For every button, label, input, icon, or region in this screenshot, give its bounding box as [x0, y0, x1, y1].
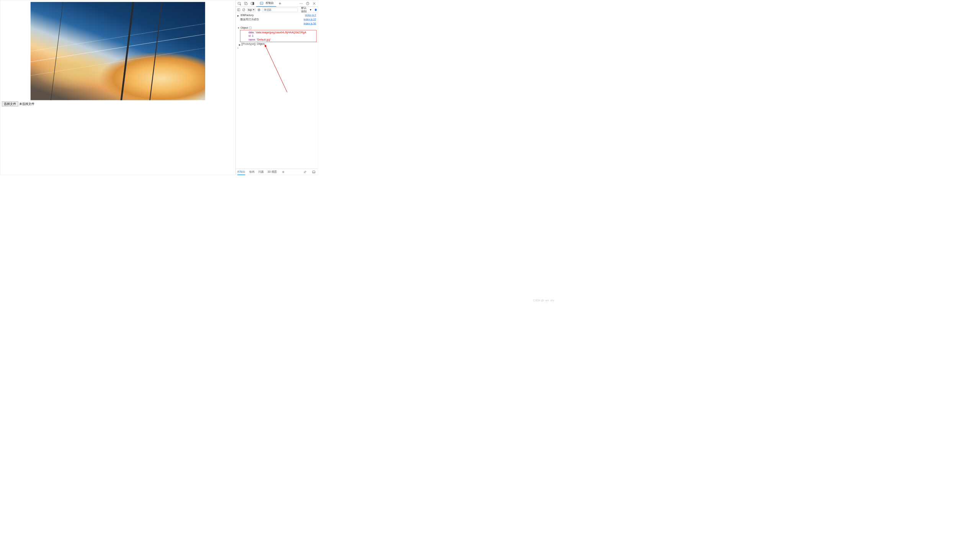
object-property[interactable]: id: 1 — [240, 34, 317, 38]
object-property[interactable]: data: "data:image/jpeg;base64,/9j/4AAQSk… — [240, 31, 317, 34]
preview-image — [31, 2, 205, 100]
dock-side-icon[interactable] — [250, 1, 255, 6]
console-row[interactable]: ▶ IDBFactory index.js:2 — [236, 13, 318, 18]
devtools-panel: 控制台 top ▼ — [235, 0, 318, 175]
info-icon[interactable]: i — [249, 26, 252, 29]
svg-point-7 — [301, 3, 301, 3]
caret-down-icon: ▼ — [253, 9, 255, 11]
file-status-label: 未选择文件 — [19, 102, 34, 106]
console-prompt[interactable] — [236, 46, 318, 47]
page-viewport: 选择文件 未选择文件 — [0, 0, 235, 175]
svg-rect-4 — [253, 2, 254, 5]
console-row[interactable]: ▼ Objecti — [236, 26, 318, 30]
level-label: 默认级别 — [301, 6, 308, 13]
disclosure-triangle-icon[interactable]: ▶ — [237, 14, 239, 18]
svg-point-8 — [302, 3, 302, 3]
issues-indicator-icon[interactable] — [315, 9, 317, 11]
svg-line-14 — [265, 45, 287, 92]
svg-rect-2 — [246, 3, 247, 5]
watermark-text: CSDN @i_am_shy — [533, 299, 554, 302]
object-property[interactable]: name: "Default.jpg" — [240, 38, 317, 42]
clear-console-icon[interactable] — [242, 7, 245, 12]
svg-rect-15 — [312, 171, 315, 173]
annotation-box: data: "data:image/jpeg;base64,/9j/4AAQSk… — [240, 30, 317, 42]
drawer-tab-console[interactable]: 控制台 — [237, 170, 245, 175]
log-message — [240, 22, 302, 26]
caret-down-icon: ▼ — [309, 8, 312, 11]
drawer-expand-icon[interactable] — [311, 170, 316, 173]
svg-point-6 — [300, 3, 300, 3]
svg-rect-5 — [260, 2, 263, 4]
device-toolbar-icon[interactable] — [243, 1, 249, 6]
console-row[interactable]: 数据库打开成功 index.js:22 — [236, 18, 318, 22]
disclosure-triangle-icon[interactable]: ▼ — [237, 26, 240, 30]
filter-input[interactable] — [262, 8, 298, 12]
tab-console[interactable]: 控制台 — [256, 0, 276, 7]
toggle-sidebar-icon[interactable] — [237, 7, 240, 12]
object-label: Objecti — [240, 26, 316, 30]
choose-file-button[interactable]: 选择文件 — [2, 101, 18, 106]
drawer-link-icon[interactable] — [303, 170, 308, 173]
drawer-tab-animations[interactable]: 动画 — [249, 170, 255, 174]
devtools-drawer: 控制台 动画 问题 3D 视图 — [236, 169, 318, 175]
log-message: 数据库打开成功 — [240, 18, 302, 21]
svg-rect-10 — [237, 9, 240, 11]
svg-point-13 — [258, 9, 259, 10]
object-property[interactable]: ▶ [[Prototype]]: Object — [236, 43, 318, 46]
annotation-arrow-icon — [256, 42, 294, 95]
live-expression-icon[interactable] — [257, 7, 261, 12]
new-tab-icon[interactable] — [277, 1, 283, 6]
context-label: top — [248, 8, 252, 11]
source-link[interactable]: index.js:2 — [305, 13, 316, 17]
log-message: IDBFactory — [240, 13, 303, 17]
tab-label: 控制台 — [266, 1, 274, 5]
console-row[interactable]: index.js:56 — [236, 21, 318, 26]
console-toolbar: top ▼ 默认级别 ▼ — [236, 7, 318, 13]
drawer-tab-3dview[interactable]: 3D 视图 — [268, 170, 277, 174]
console-tab-icon — [259, 0, 265, 6]
inspect-element-icon[interactable] — [237, 1, 242, 6]
execution-context-selector[interactable]: top ▼ — [247, 8, 256, 11]
add-drawer-tab-icon[interactable] — [281, 170, 286, 173]
console-output[interactable]: ▶ IDBFactory index.js:2 数据库打开成功 index.js… — [236, 13, 318, 169]
drawer-tab-issues[interactable]: 问题 — [258, 170, 264, 174]
source-link[interactable]: index.js:56 — [304, 22, 316, 26]
source-link[interactable]: index.js:22 — [304, 18, 316, 21]
